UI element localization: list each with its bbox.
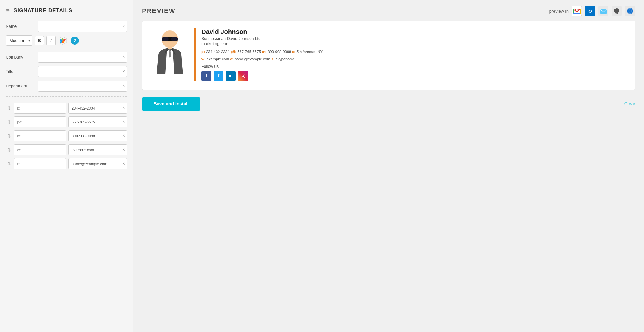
italic-button[interactable]: I [46, 36, 56, 45]
globe-icon[interactable] [625, 6, 635, 16]
gmail-icon[interactable]: M [572, 6, 582, 16]
color-picker-icon[interactable] [58, 36, 67, 45]
left-panel: ✏ SIGNATURE DETAILS Name × Small Medium … [0, 0, 133, 332]
company-input[interactable] [38, 52, 127, 63]
preview-in-label: preview in [549, 9, 569, 14]
preview-header: PREVIEW preview in M O [142, 6, 635, 16]
sig-name: David Johnson [201, 28, 626, 36]
phone-label-input-w[interactable] [14, 144, 66, 155]
svg-rect-20 [241, 74, 245, 78]
font-size-select[interactable]: Small Medium Large [6, 35, 32, 46]
title-row: Title × [6, 66, 127, 77]
edit-icon: ✏ [6, 7, 11, 14]
svg-text:O: O [588, 9, 592, 14]
instagram-icon[interactable] [238, 71, 248, 81]
title-input[interactable] [38, 66, 127, 77]
linkedin-icon[interactable]: in [226, 71, 236, 81]
phone-label-input-pf[interactable] [14, 116, 66, 127]
drag-handle-p[interactable]: ⇅ [6, 105, 12, 111]
svg-rect-19 [168, 46, 172, 49]
right-panel: PREVIEW preview in M O [133, 0, 644, 332]
svg-rect-7 [600, 9, 607, 14]
phone-value-input-p[interactable] [68, 103, 127, 114]
svg-rect-18 [171, 37, 178, 41]
size-select-wrap: Small Medium Large ▾ [6, 35, 32, 46]
company-clear-button[interactable]: × [122, 55, 125, 59]
sig-position: Businessman David Johnson Ltd. [201, 36, 626, 41]
title-input-wrap: × [38, 66, 127, 77]
name-label: Name [6, 24, 35, 29]
company-label: Company [6, 55, 35, 59]
title-label: Title [6, 69, 35, 74]
company-input-wrap: × [38, 52, 127, 63]
name-input[interactable] [38, 21, 127, 32]
phone-value-input-w[interactable] [68, 144, 127, 155]
svg-rect-17 [162, 37, 169, 41]
panel-title-row: ✏ SIGNATURE DETAILS [6, 7, 127, 14]
phone-clear-button-m[interactable]: × [122, 134, 125, 138]
drag-handle-m[interactable]: ⇅ [6, 133, 12, 139]
phone-rows: ⇅ × ⇅ × ⇅ × ⇅ [6, 103, 127, 169]
signature-info: David Johnson Businessman David Johnson … [201, 28, 626, 81]
department-input[interactable] [38, 81, 127, 92]
name-clear-button[interactable]: × [122, 24, 125, 29]
phone-value-wrap-e: × [68, 158, 127, 169]
save-and-install-button[interactable]: Save and install [142, 97, 200, 111]
phone-value-input-m[interactable] [68, 130, 127, 141]
panel-title: SIGNATURE DETAILS [14, 8, 72, 14]
department-row: Department × [6, 81, 127, 92]
drag-handle-e[interactable]: ⇅ [6, 161, 12, 167]
bold-button[interactable]: B [35, 36, 44, 45]
department-label: Department [6, 84, 35, 88]
phone-clear-button-pf[interactable]: × [122, 120, 125, 124]
phone-value-wrap-w: × [68, 144, 127, 155]
facebook-icon[interactable]: f [201, 71, 211, 81]
phone-label-input-m[interactable] [14, 130, 66, 141]
phone-label-input-p[interactable] [14, 103, 66, 114]
clear-button[interactable]: Clear [624, 101, 635, 107]
signature-divider [194, 28, 196, 81]
phone-value-input-e[interactable] [68, 158, 127, 169]
apple-icon[interactable] [612, 6, 622, 16]
phone-row-m: ⇅ × [6, 130, 127, 141]
section-divider [6, 96, 127, 97]
phone-row-e: ⇅ × [6, 158, 127, 169]
help-button[interactable]: ? [71, 37, 79, 45]
phone-clear-button-w[interactable]: × [122, 147, 125, 152]
phone-clear-button-p[interactable]: × [122, 106, 125, 110]
action-row: Save and install Clear [142, 94, 635, 111]
toolbar-row: Small Medium Large ▾ B I ? [6, 35, 127, 46]
phone-row-w: ⇅ × [6, 144, 127, 155]
sig-contact-line1: p: 234-432-2334 p/f: 567-765-6575 m: 890… [201, 49, 626, 55]
phone-row-pf: ⇅ × [6, 116, 127, 127]
sig-department: marketing team [201, 41, 626, 46]
drag-handle-w[interactable]: ⇅ [6, 147, 12, 153]
phone-row-p: ⇅ × [6, 103, 127, 114]
phone-value-wrap-pf: × [68, 116, 127, 127]
svg-point-22 [244, 74, 244, 75]
phone-label-input-e[interactable] [14, 158, 66, 169]
follow-us-label: Follow us [201, 64, 626, 69]
phone-value-wrap-p: × [68, 103, 127, 114]
name-input-wrap: × [38, 21, 127, 32]
phone-value-wrap-m: × [68, 130, 127, 141]
svg-text:M: M [574, 8, 579, 13]
social-icons-row: f 𝕥 in [201, 71, 626, 81]
preview-in-row: preview in M O [549, 6, 635, 16]
signature-content: David Johnson Businessman David Johnson … [151, 28, 626, 81]
apple-mail-icon[interactable] [598, 6, 609, 16]
company-row: Company × [6, 52, 127, 63]
phone-clear-button-e[interactable]: × [122, 161, 125, 166]
twitter-icon[interactable]: 𝕥 [214, 71, 223, 81]
department-clear-button[interactable]: × [122, 84, 125, 88]
outlook-icon[interactable]: O [585, 6, 595, 16]
phone-value-input-pf[interactable] [68, 116, 127, 127]
svg-point-21 [242, 75, 244, 77]
signature-preview-card: David Johnson Businessman David Johnson … [142, 21, 635, 90]
sig-contact-line2: w: example.com e: name@example.com s: sk… [201, 56, 626, 62]
avatar [151, 28, 189, 74]
department-input-wrap: × [38, 81, 127, 92]
name-row: Name × [6, 21, 127, 32]
drag-handle-pf[interactable]: ⇅ [6, 119, 12, 125]
title-clear-button[interactable]: × [122, 69, 125, 74]
